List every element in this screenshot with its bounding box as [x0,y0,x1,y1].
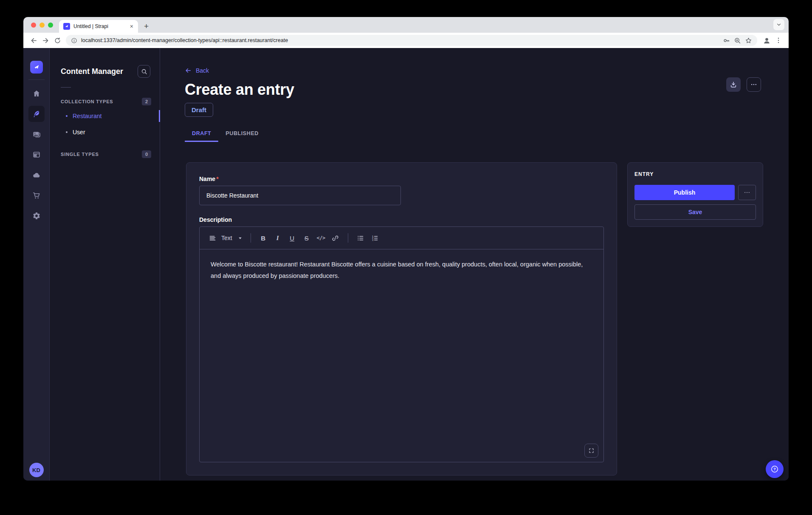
help-button[interactable]: ? [766,460,784,478]
chevron-down-icon [776,22,781,27]
italic-button[interactable]: I [271,231,285,245]
strikethrough-button[interactable]: S [299,231,314,245]
more-actions-button[interactable] [747,77,761,92]
nav-content-manager[interactable] [28,106,45,122]
browser-toolbar: localhost:1337/admin/content-manager/col… [23,33,789,48]
gear-icon [32,212,41,220]
link-button[interactable] [328,231,343,245]
publish-button[interactable]: Publish [634,185,735,200]
search-button[interactable] [138,65,150,78]
rich-text-toolbar: Text B I U S </> [200,227,603,249]
strapi-app: KD Content Manager COLLECTION TYPES 2 [23,48,789,481]
shopping-cart-icon [32,191,41,200]
paragraph-align-icon [209,235,216,242]
forward-button[interactable] [39,34,51,46]
page-title: Create an entry [185,81,789,99]
rich-text-editor: Text B I U S </> [199,226,604,462]
sidebar-item-restaurant[interactable]: Restaurant [50,108,160,124]
close-window-button[interactable] [31,23,36,28]
strapi-favicon-icon [63,23,70,30]
bulleted-list-button[interactable] [353,231,368,245]
question-mark-icon: ? [770,465,779,473]
main-nav-rail: KD [23,48,50,481]
block-style-select[interactable]: Text [206,235,245,242]
reload-icon [54,37,61,44]
window-controls [23,23,59,33]
browser-menu-button[interactable] [773,34,784,46]
ellipsis-icon [750,81,757,88]
profile-button[interactable] [761,34,773,46]
bold-button[interactable]: B [256,231,271,245]
tab-draft[interactable]: DRAFT [185,130,218,142]
nav-media-library[interactable] [28,126,45,142]
bullet-icon [66,131,68,133]
numbered-list-button[interactable]: 123 [368,231,382,245]
sidebar-item-label: Restaurant [73,113,102,119]
person-icon [763,37,771,45]
password-key-icon[interactable] [723,37,730,44]
caret-down-icon [237,235,243,241]
bookmark-star-icon[interactable] [745,37,752,44]
nav-deploy[interactable] [28,167,45,183]
underline-button[interactable]: U [285,231,299,245]
back-button[interactable] [28,34,39,46]
status-badge: Draft [185,103,213,117]
nav-content-type-builder[interactable] [28,147,45,163]
sidebar-item-label: User [73,129,85,136]
save-button[interactable]: Save [634,204,756,220]
required-mark: * [216,175,218,182]
collection-types-section: COLLECTION TYPES 2 Restaurant User [50,98,160,140]
new-tab-button[interactable]: + [138,22,149,33]
cloud-icon [32,171,41,179]
code-button[interactable]: </> [314,231,328,245]
sidebar-item-user[interactable]: User [50,124,160,140]
url-text: localhost:1337/admin/content-manager/col… [81,37,719,43]
link-icon [332,235,339,242]
back-arrow-icon [185,67,192,74]
version-tabs: DRAFT PUBLISHED [185,130,789,142]
nav-settings[interactable] [28,208,45,224]
tab-close-icon[interactable]: × [129,23,135,30]
tab-title: Untitled | Strapi [73,23,125,29]
expand-editor-button[interactable] [584,444,598,458]
strapi-logo-icon [33,64,40,71]
name-input[interactable] [199,186,401,205]
content-manager-subnav: Content Manager COLLECTION TYPES 2 Resta… [50,48,160,481]
pictures-icon [32,130,41,139]
kebab-menu-icon [775,37,782,44]
back-link[interactable]: Back [185,67,209,74]
browser-tab[interactable]: Untitled | Strapi × [59,20,138,33]
nav-home[interactable] [28,85,45,102]
description-textarea[interactable]: Welcome to Biscotte restaurant! Restaura… [200,249,603,462]
reload-button[interactable] [51,34,63,46]
tab-published[interactable]: PUBLISHED [218,130,266,142]
section-label: COLLECTION TYPES [61,99,113,104]
count-badge: 0 [142,150,151,158]
svg-text:?: ? [773,467,776,471]
strapi-logo[interactable] [30,61,43,74]
entry-form-card: Name* Description Text [186,162,617,475]
ellipsis-icon [744,189,750,196]
zoom-window-button[interactable] [48,23,53,28]
expand-icon [588,447,595,454]
download-icon [730,81,737,88]
subnav-divider [61,87,71,88]
home-icon [32,89,41,98]
address-bar[interactable]: localhost:1337/admin/content-manager/col… [66,35,757,46]
nav-marketplace[interactable] [28,187,45,204]
zoom-icon[interactable] [734,37,741,44]
main-content: Back Create an entry Draft DRAFT PUBLISH… [160,48,789,481]
minimize-window-button[interactable] [39,23,45,28]
user-avatar[interactable]: KD [29,463,44,477]
name-field-label: Name* [199,175,604,182]
count-badge: 2 [142,98,151,105]
forward-arrow-icon [42,37,49,44]
svg-text:3: 3 [372,238,373,241]
header-actions [726,77,761,92]
export-button[interactable] [726,77,741,92]
toolbar-separator [251,233,251,243]
entry-more-button[interactable] [738,185,756,200]
site-info-icon[interactable] [71,37,77,44]
tab-search-button[interactable] [773,19,784,30]
numbered-list-icon: 123 [371,235,378,242]
